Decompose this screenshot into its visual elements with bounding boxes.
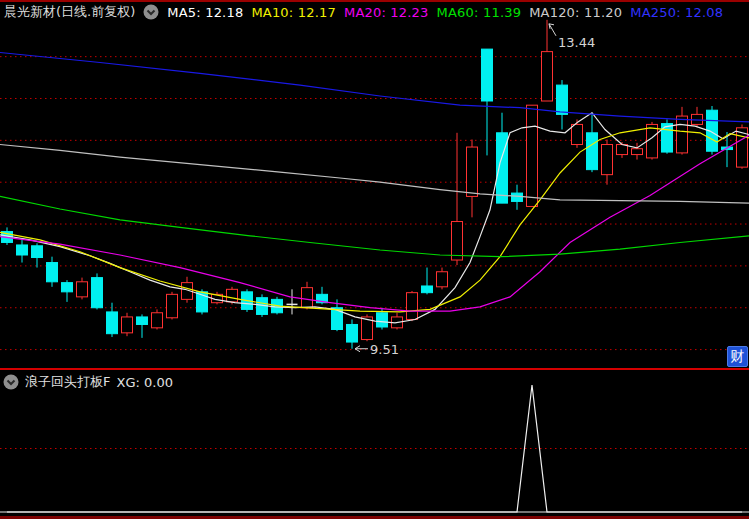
- candlestick-chart[interactable]: 13.449.51: [0, 0, 749, 369]
- candle-down: [557, 85, 568, 114]
- candle-down: [512, 193, 523, 201]
- candle-up: [167, 294, 178, 317]
- ma-line-ma60: [0, 196, 749, 256]
- ma60-legend: MA60: 11.39: [437, 5, 522, 20]
- indicator-header: 浪子回头打板F XG: 0.00: [3, 373, 173, 391]
- candle-down: [377, 313, 388, 327]
- stock-title: 晨光新材(日线.前复权): [4, 3, 135, 21]
- candle-up: [647, 124, 658, 157]
- ma5-legend: MA5: 12.18: [167, 5, 243, 20]
- candle-up: [527, 105, 538, 206]
- stock-app-window: 晨光新材(日线.前复权) MA5: 12.18 MA10: 12.17 MA20…: [0, 0, 749, 519]
- ma20-legend: MA20: 12.23: [344, 5, 429, 20]
- candle-up: [77, 282, 88, 297]
- candle-up: [542, 52, 553, 101]
- candle-down: [62, 283, 73, 292]
- candle-up: [227, 289, 238, 302]
- signal-spike-line: [7, 385, 742, 512]
- annotation-low: 9.51: [370, 342, 399, 357]
- ma10-legend: MA10: 12.17: [251, 5, 336, 20]
- candle-up: [152, 313, 163, 328]
- candle-down: [17, 245, 28, 255]
- ma250-legend: MA250: 12.08: [630, 5, 723, 20]
- ma120-legend: MA120: 11.20: [529, 5, 622, 20]
- candle-down: [587, 133, 598, 170]
- candle-down: [92, 278, 103, 308]
- candle-down: [347, 324, 358, 342]
- annotation-high: 13.44: [558, 35, 595, 50]
- candle-down: [137, 317, 148, 325]
- indicator-value: XG: 0.00: [116, 375, 172, 390]
- annotation-arrow-low: [355, 346, 368, 352]
- candle-up: [437, 272, 448, 287]
- candle-down: [32, 246, 43, 258]
- annotation-arrow-high: [549, 24, 556, 36]
- main-chart-header: 晨光新材(日线.前复权) MA5: 12.18 MA10: 12.17 MA20…: [4, 3, 723, 21]
- candle-up: [122, 317, 133, 333]
- indicator-chart[interactable]: [0, 369, 749, 519]
- candle-up: [677, 116, 688, 153]
- indicator-name: 浪子回头打板F: [25, 373, 110, 391]
- candle-down: [497, 133, 508, 203]
- ma-line-ma20: [0, 135, 749, 311]
- candle-down: [47, 263, 58, 282]
- candle-up: [602, 145, 613, 175]
- chevron-down-icon[interactable]: [3, 374, 19, 390]
- candle-up: [302, 288, 313, 308]
- candle-up: [452, 222, 463, 261]
- candle-up: [617, 145, 628, 155]
- candle-up: [632, 149, 643, 155]
- candle-down: [107, 312, 118, 334]
- candle-up: [572, 124, 583, 144]
- cailianshe-watermark-badge: 财: [727, 346, 748, 367]
- chevron-down-icon[interactable]: [143, 4, 159, 20]
- ma-line-ma250: [0, 53, 749, 122]
- candle-down: [482, 49, 493, 101]
- candle-down: [422, 286, 433, 293]
- candle-up: [467, 147, 478, 196]
- candle-up: [407, 293, 418, 320]
